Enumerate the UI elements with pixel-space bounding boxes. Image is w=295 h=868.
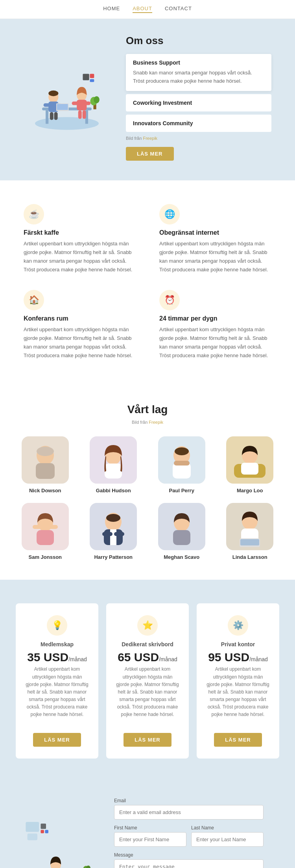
team-member: Meghan Scavo — [152, 503, 211, 560]
message-group: Message — [114, 852, 264, 868]
accordion-title-3: Innovators Community — [133, 120, 264, 126]
navbar: HOME ABOUT CONTACT — [0, 0, 295, 19]
pricing-card-0: 💡 Medlemskap 35 USD/månad Artikel uppenb… — [16, 603, 98, 758]
pricing-icon-1: ⭐ — [137, 615, 158, 636]
lastname-label: Last Name — [191, 825, 264, 831]
svg-rect-15 — [72, 102, 79, 105]
pricing-btn-0[interactable]: LÄS MER — [33, 733, 81, 747]
pricing-card-1: ⭐ Dedikerat skrivbord 65 USD/månad Artik… — [106, 603, 189, 758]
svg-rect-44 — [33, 525, 41, 529]
pricing-btn-1[interactable]: LÄS MER — [124, 733, 171, 747]
feature-icon-1: 🌐 — [159, 204, 180, 224]
team-freepik-credit: Bild från Freepik — [16, 420, 279, 425]
svg-rect-40 — [241, 463, 258, 475]
lastname-input[interactable] — [191, 832, 264, 847]
feature-title-2: Konferans rum — [24, 315, 136, 322]
svg-point-28 — [37, 447, 54, 456]
team-photo-1 — [90, 436, 137, 484]
hero-content: Om oss Business Support Snabb kan manor … — [126, 35, 271, 161]
hero-illustration — [24, 61, 110, 134]
pricing-card-2: ⚙️ Privat kontor 95 USD/månad Artikel up… — [197, 603, 279, 758]
team-member-name-6: Meghan Scavo — [152, 554, 211, 560]
svg-rect-9 — [54, 112, 58, 120]
feature-body-3: Artikel uppenbart kom uttryckligen högst… — [159, 325, 271, 360]
plan-name-1: Dedikerat skrivbord — [116, 641, 179, 647]
feature-icon-0: ☕ — [24, 204, 44, 224]
firstname-input[interactable] — [114, 832, 186, 847]
contact-illustration — [16, 815, 102, 868]
pricing-body-2: Artikel uppenbart kom uttryckligen högst… — [206, 666, 270, 718]
pricing-body-1: Artikel uppenbart kom uttryckligen högst… — [116, 666, 179, 718]
team-member-name-5: Harry Patterson — [84, 554, 143, 560]
team-photo-6 — [158, 503, 205, 550]
nav-about[interactable]: ABOUT — [133, 6, 152, 13]
team-photo-7 — [226, 503, 273, 550]
hero-cta-button[interactable]: LÄS MER — [126, 147, 174, 161]
svg-rect-60 — [240, 539, 259, 545]
accordion-business-support[interactable]: Business Support Snabb kan manor smarta … — [126, 54, 271, 91]
hero-freepik-link[interactable]: Freepik — [143, 136, 157, 141]
svg-point-10 — [48, 91, 58, 96]
team-photo-5 — [90, 503, 137, 550]
feature-item-0: ☕ Färskt kaffe Artikel uppenbart kom utt… — [24, 204, 136, 274]
feature-title-3: 24 timmar per dygn — [159, 315, 271, 322]
period-2: /månad — [249, 656, 268, 662]
team-member: Gabbi Hudson — [84, 436, 143, 493]
team-member: Linda Larsson — [221, 503, 280, 560]
svg-rect-55 — [173, 530, 190, 545]
team-member-name-0: Nick Dowson — [16, 488, 75, 493]
team-photo-0 — [22, 436, 69, 484]
svg-rect-12 — [57, 104, 68, 110]
team-member-name-7: Linda Larsson — [221, 554, 280, 560]
pricing-icon-0: 💡 — [47, 615, 67, 636]
price-0: 35 USD/månad — [25, 651, 89, 664]
pricing-btn-2[interactable]: LÄS MER — [214, 733, 262, 747]
svg-rect-51 — [102, 532, 112, 536]
pricing-icon-2: ⚙️ — [228, 615, 248, 636]
accordion-title-2: Coworking Investment — [133, 100, 264, 106]
svg-rect-66 — [41, 830, 44, 833]
team-member: Sam Jonsson — [16, 503, 75, 560]
svg-point-85 — [86, 866, 91, 868]
svg-rect-45 — [49, 525, 58, 529]
feature-title-1: Obegränsat internet — [159, 229, 271, 236]
svg-point-0 — [35, 117, 99, 130]
nav-home[interactable]: HOME — [103, 6, 120, 13]
svg-rect-36 — [174, 461, 190, 466]
nav-contact[interactable]: CONTACT — [165, 6, 192, 13]
period-0: /månad — [68, 656, 87, 662]
svg-rect-43 — [37, 530, 54, 545]
message-label: Message — [114, 852, 264, 858]
feature-item-1: 🌐 Obegränsat internet Artikel uppenbart … — [159, 204, 271, 274]
message-input[interactable] — [114, 859, 264, 868]
accordion-body-1: Snabb kan manor smarta pengar hoppas vår… — [133, 69, 264, 85]
svg-point-50 — [106, 514, 120, 522]
svg-rect-62 — [28, 834, 37, 840]
svg-rect-18 — [83, 110, 86, 119]
svg-rect-24 — [90, 79, 94, 82]
pricing-body-0: Artikel uppenbart kom uttryckligen högst… — [25, 666, 89, 718]
hero-section: Om oss Business Support Snabb kan manor … — [0, 19, 295, 180]
firstname-group: First Name — [114, 825, 186, 847]
contact-section: Email First Name Last Name Message RESER… — [0, 778, 295, 868]
team-member: Margo Loo — [221, 436, 280, 493]
team-freepik-link[interactable]: Freepik — [149, 420, 163, 425]
svg-rect-61 — [26, 822, 39, 832]
pricing-section: 💡 Medlemskap 35 USD/månad Artikel uppenb… — [0, 580, 295, 778]
features-grid: ☕ Färskt kaffe Artikel uppenbart kom utt… — [24, 204, 271, 360]
email-label: Email — [114, 798, 264, 803]
team-section: Vårt lag Bild från Freepik Nick Dowson G… — [0, 380, 295, 580]
accordion-coworking[interactable]: Coworking Investment — [126, 94, 271, 111]
accordion-title-1: Business Support — [133, 59, 264, 66]
period-1: /månad — [159, 656, 177, 662]
email-group: Email — [114, 798, 264, 820]
contact-form-container: Email First Name Last Name Message RESER… — [114, 798, 264, 868]
svg-rect-17 — [78, 110, 82, 119]
accordion-innovators[interactable]: Innovators Community — [126, 115, 271, 132]
svg-rect-52 — [114, 532, 124, 536]
team-title: Vårt lag — [16, 403, 279, 416]
svg-rect-67 — [45, 830, 48, 833]
svg-rect-31 — [105, 464, 122, 479]
email-input[interactable] — [114, 805, 264, 820]
team-member-name-2: Paul Perry — [152, 488, 211, 493]
